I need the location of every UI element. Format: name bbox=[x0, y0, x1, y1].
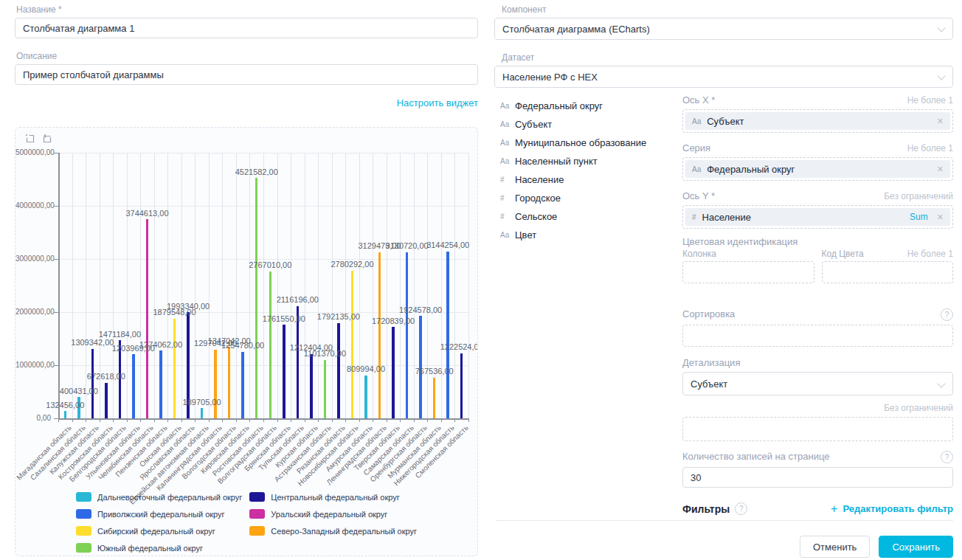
bar-value-label: 4521582,00 bbox=[235, 167, 278, 176]
series-chip[interactable]: Aa Федеральный округ ✕ bbox=[685, 160, 950, 178]
field-label: Субъект bbox=[515, 119, 552, 130]
restore-icon[interactable] bbox=[41, 133, 53, 145]
bar[interactable] bbox=[406, 252, 409, 418]
axis-x-chip[interactable]: Aa Субъект ✕ bbox=[685, 112, 950, 130]
gridline bbox=[441, 153, 442, 418]
bar[interactable] bbox=[173, 319, 176, 418]
legend-item[interactable]: Приволжский федеральный округ bbox=[76, 509, 242, 519]
text-type-icon: Aa bbox=[500, 231, 515, 239]
bar[interactable] bbox=[310, 354, 313, 418]
bar[interactable] bbox=[159, 350, 162, 418]
axis-y-limit-hint: Без ограничений bbox=[884, 191, 953, 201]
bar[interactable] bbox=[337, 323, 340, 418]
bar[interactable] bbox=[460, 353, 463, 418]
bar[interactable] bbox=[201, 408, 204, 418]
remove-icon[interactable]: ✕ bbox=[937, 165, 944, 174]
gridline bbox=[305, 153, 305, 418]
bar[interactable] bbox=[446, 252, 449, 418]
axis-x-dropzone[interactable]: Aa Субъект ✕ bbox=[682, 109, 953, 133]
color-code-dropzone[interactable] bbox=[822, 261, 954, 283]
detail-label: Детализация bbox=[682, 357, 953, 368]
bar[interactable] bbox=[146, 219, 149, 418]
remove-icon[interactable]: ✕ bbox=[937, 212, 944, 222]
bar[interactable] bbox=[91, 349, 94, 418]
gridline bbox=[181, 153, 182, 418]
detail-value: Субъект bbox=[691, 378, 727, 390]
axis-x-label: Ось X * bbox=[682, 94, 715, 106]
bar[interactable] bbox=[364, 376, 367, 418]
sorting-label: Сортировка bbox=[682, 308, 735, 319]
legend-item[interactable]: Сибирский федеральный округ bbox=[76, 526, 242, 536]
legend-item[interactable]: Уральский федеральный округ bbox=[249, 509, 417, 519]
dataset-field-item[interactable]: AaНаселенный пункт bbox=[500, 152, 679, 170]
field-label: Муниципальное образование bbox=[515, 137, 646, 148]
bar[interactable] bbox=[214, 350, 217, 418]
bar[interactable] bbox=[269, 272, 272, 418]
gridline bbox=[332, 153, 333, 418]
gridline bbox=[427, 153, 428, 418]
remove-icon[interactable]: ✕ bbox=[937, 117, 944, 126]
help-icon[interactable]: ? bbox=[941, 451, 953, 463]
dataset-field-item[interactable]: #Городское bbox=[500, 189, 679, 207]
bar[interactable] bbox=[378, 252, 381, 418]
bar[interactable] bbox=[351, 271, 354, 418]
bar[interactable] bbox=[64, 411, 67, 418]
help-icon[interactable]: ? bbox=[941, 308, 953, 321]
dataset-field-item[interactable]: AaЦвет bbox=[500, 226, 679, 244]
bar[interactable] bbox=[132, 354, 135, 418]
page-size-label: Количество записей на странице bbox=[682, 451, 829, 462]
legend-swatch bbox=[249, 492, 265, 502]
legend-item[interactable]: Центральный федеральный округ bbox=[249, 492, 417, 502]
bar[interactable] bbox=[324, 360, 327, 418]
legend-swatch bbox=[249, 526, 265, 536]
dataset-field-item[interactable]: AaМуниципальное образование bbox=[500, 134, 679, 152]
component-value: Столбчатая диаграмма (ECharts) bbox=[502, 24, 650, 35]
sorting-dropzone[interactable] bbox=[682, 325, 953, 347]
aggregation-selector[interactable]: Sum bbox=[910, 212, 928, 222]
bar-value-label: 2780292,00 bbox=[331, 260, 373, 269]
bar[interactable] bbox=[105, 383, 108, 418]
detail-limit-hint: Без ограничений bbox=[884, 403, 953, 413]
bar[interactable] bbox=[228, 347, 231, 418]
axis-y-chip[interactable]: # Население Sum ✕ bbox=[685, 208, 950, 226]
legend-item[interactable]: Южный федеральный округ bbox=[76, 543, 242, 553]
description-input[interactable] bbox=[15, 64, 478, 85]
dataset-field-item[interactable]: #Население bbox=[500, 170, 679, 189]
help-icon[interactable]: ? bbox=[735, 502, 747, 515]
save-button[interactable]: Сохранить bbox=[879, 536, 953, 558]
bar[interactable] bbox=[255, 178, 258, 418]
legend-item[interactable]: Северо-Западный федеральный округ bbox=[249, 526, 417, 536]
color-column-dropzone[interactable] bbox=[682, 261, 814, 283]
edit-filter-link[interactable]: + Редактировать фильтр bbox=[831, 503, 953, 515]
gridline bbox=[291, 153, 291, 418]
detail-dropzone[interactable] bbox=[682, 417, 953, 441]
text-type-icon: Aa bbox=[692, 165, 701, 173]
series-dropzone[interactable]: Aa Федеральный округ ✕ bbox=[682, 157, 953, 181]
chart-toolbox bbox=[24, 133, 53, 145]
component-select[interactable]: Столбчатая диаграмма (ECharts) bbox=[494, 18, 953, 40]
gridline bbox=[414, 153, 415, 418]
bar[interactable] bbox=[241, 352, 244, 418]
bar-value-label: 1274062,00 bbox=[139, 340, 182, 349]
legend-item[interactable]: Дальневосточный федеральный округ bbox=[76, 492, 242, 502]
box-zoom-icon[interactable] bbox=[24, 133, 36, 145]
detail-select[interactable]: Субъект bbox=[682, 372, 953, 395]
bar[interactable] bbox=[433, 378, 436, 418]
dataset-field-item[interactable]: AaСубъект bbox=[500, 115, 679, 134]
name-input[interactable] bbox=[15, 18, 478, 38]
dataset-field-item[interactable]: #Сельское bbox=[500, 207, 679, 226]
configure-widget-link[interactable]: Настроить виджет bbox=[397, 97, 478, 108]
axis-y-dropzone[interactable]: # Население Sum ✕ bbox=[682, 205, 953, 229]
legend-label: Сибирский федеральный округ bbox=[97, 527, 215, 536]
chevron-down-icon bbox=[937, 72, 945, 80]
dataset-field-item[interactable]: AaФедеральный округ bbox=[500, 97, 679, 115]
legend-label: Дальневосточный федеральный округ bbox=[97, 493, 242, 502]
gridline bbox=[454, 153, 455, 418]
text-type-icon: Aa bbox=[500, 139, 515, 147]
legend-label: Северо-Западный федеральный округ bbox=[271, 527, 417, 536]
page-size-input[interactable] bbox=[682, 467, 953, 488]
bar[interactable] bbox=[283, 325, 286, 418]
cancel-button[interactable]: Отменить bbox=[800, 536, 870, 558]
dataset-select[interactable]: Население РФ с HEX bbox=[494, 66, 953, 88]
bar[interactable] bbox=[392, 327, 395, 418]
